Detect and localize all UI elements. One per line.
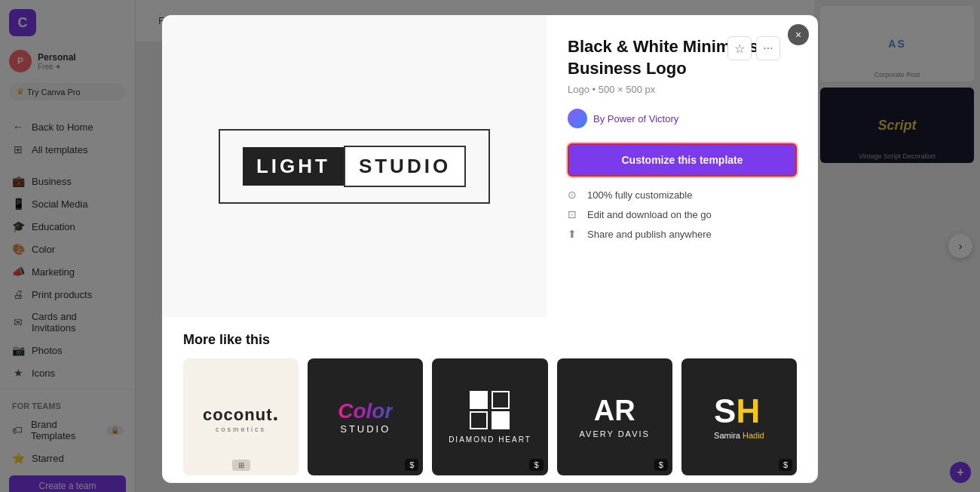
s-letter: S	[714, 395, 736, 428]
samira-name: Samira Hadid	[714, 431, 764, 440]
card-preview: coconut. cosmetics	[183, 358, 299, 475]
dh-block	[470, 391, 488, 409]
edit-icon: ⊡	[568, 208, 581, 220]
dh-icon-grid	[470, 391, 510, 429]
card-icons-row: ⊞	[232, 460, 250, 471]
more-card-diamond-heart[interactable]: DIAMOND HEART $	[432, 358, 547, 475]
card-badge: $	[529, 459, 543, 471]
author-row: By Power of Victory	[568, 109, 797, 128]
logo-studio-text: STUDIO	[344, 146, 466, 187]
modal-overlay: × ☆ ··· LIGHT STUDIO Black & White Minim…	[0, 0, 980, 492]
dh-block	[492, 411, 510, 429]
h-letter: H	[736, 395, 760, 428]
star-button[interactable]: ☆	[727, 36, 752, 60]
coconut-logo: coconut. cosmetics	[203, 401, 279, 433]
more-cards-grid: coconut. cosmetics ⊞ Color STUDIO $	[183, 358, 797, 475]
logo-preview-container: LIGHT STUDIO	[219, 129, 490, 204]
feature-share: ⬆ Share and publish anywhere	[568, 228, 797, 240]
more-button[interactable]: ···	[756, 36, 780, 60]
author-name: By Power of Victory	[593, 113, 678, 125]
card-preview: Color STUDIO	[308, 358, 423, 475]
author-name-link[interactable]: Power of Victory	[608, 113, 678, 125]
coconut-sub-text: cosmetics	[203, 426, 279, 433]
circle-icon: ⊙	[568, 189, 581, 201]
color-text: Color	[338, 399, 393, 423]
ar-name: AVERY DAVIS	[580, 429, 650, 438]
card-preview: DIAMOND HEART	[432, 358, 547, 475]
feature-text: Share and publish anywhere	[587, 229, 712, 240]
color-studio-logo: Color STUDIO	[338, 399, 393, 435]
card-badge: $	[654, 459, 668, 471]
feature-text: Edit and download on the go	[587, 209, 712, 220]
sh-initials: S H	[714, 395, 764, 428]
template-modal: × ☆ ··· LIGHT STUDIO Black & White Minim…	[162, 15, 818, 483]
card-preview: AR AVERY DAVIS	[557, 358, 672, 475]
feature-edit-download: ⊡ Edit and download on the go	[568, 208, 797, 220]
dh-block	[492, 391, 510, 409]
author-avatar	[568, 109, 587, 128]
more-card-samira-hadid[interactable]: S H Samira Hadid $	[681, 358, 797, 475]
more-title: More like this	[183, 332, 797, 348]
card-badge: $	[779, 459, 792, 471]
modal-subtitle: Logo • 500 × 500 px	[568, 84, 797, 95]
customize-button[interactable]: Customize this template	[568, 143, 797, 177]
feature-text: 100% fully customizable	[587, 189, 692, 201]
diamond-heart-logo: DIAMOND HEART	[449, 391, 531, 444]
close-icon: ×	[795, 29, 801, 41]
card-badge: $	[405, 459, 418, 471]
samira-hadid-logo: S H Samira Hadid	[714, 395, 764, 440]
card-preview: S H Samira Hadid	[681, 358, 797, 475]
hadid-text: Hadid	[743, 431, 764, 440]
dh-block	[470, 411, 488, 429]
share-icon: ⬆	[568, 228, 581, 240]
more-card-coconut[interactable]: coconut. cosmetics ⊞	[183, 358, 299, 475]
more-icon: ···	[763, 42, 773, 55]
modal-top-section: LIGHT STUDIO Black & White Minimalist Bu…	[162, 15, 818, 317]
more-card-avery-davis[interactable]: AR AVERY DAVIS $	[557, 358, 672, 475]
star-icon: ☆	[734, 42, 745, 56]
template-info: Black & White Minimalist Business Logo L…	[547, 15, 818, 317]
logo-light-text: LIGHT	[243, 147, 344, 186]
template-preview: LIGHT STUDIO	[162, 15, 547, 317]
modal-close-button[interactable]: ×	[788, 24, 809, 45]
more-card-color-studio[interactable]: Color STUDIO $	[308, 358, 423, 475]
studio-text: STUDIO	[338, 423, 393, 435]
avery-davis-logo: AR AVERY DAVIS	[580, 396, 650, 438]
feature-customizable: ⊙ 100% fully customizable	[568, 189, 797, 201]
dh-name: DIAMOND HEART	[449, 435, 531, 444]
ar-initials: AR	[580, 396, 650, 425]
coconut-main-text: coconut.	[203, 401, 279, 426]
more-like-this-section: More like this coconut. cosmetics ⊞	[162, 317, 818, 483]
